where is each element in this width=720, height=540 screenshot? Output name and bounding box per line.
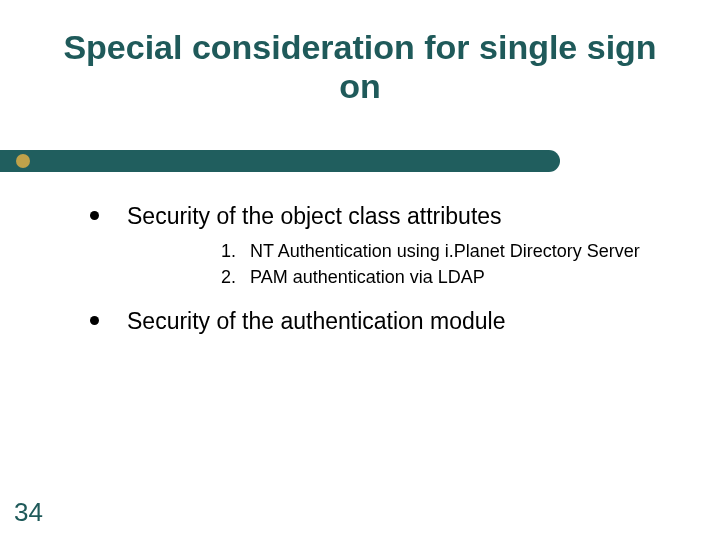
sub-item-number: 2.: [210, 265, 236, 289]
slide: Special consideration for single sign on…: [0, 0, 720, 540]
sub-item-text: NT Authentication using i.Planet Directo…: [250, 239, 640, 263]
slide-content: Security of the object class attributes …: [90, 200, 690, 340]
sub-item: 1. NT Authentication using i.Planet Dire…: [210, 239, 690, 263]
accent-bar: [0, 150, 560, 172]
sub-item-text: PAM authentication via LDAP: [250, 265, 485, 289]
bullet-item: Security of the object class attributes: [90, 202, 690, 231]
bullet-text: Security of the object class attributes: [127, 202, 502, 231]
bullet-text: Security of the authentication module: [127, 307, 505, 336]
sub-list: 1. NT Authentication using i.Planet Dire…: [210, 239, 690, 290]
page-number: 34: [14, 497, 43, 528]
sub-item-number: 1.: [210, 239, 236, 263]
bullet-item: Security of the authentication module: [90, 307, 690, 336]
slide-title: Special consideration for single sign on: [0, 0, 720, 114]
sub-item: 2. PAM authentication via LDAP: [210, 265, 690, 289]
bullet-icon: [90, 316, 99, 325]
bullet-icon: [90, 211, 99, 220]
